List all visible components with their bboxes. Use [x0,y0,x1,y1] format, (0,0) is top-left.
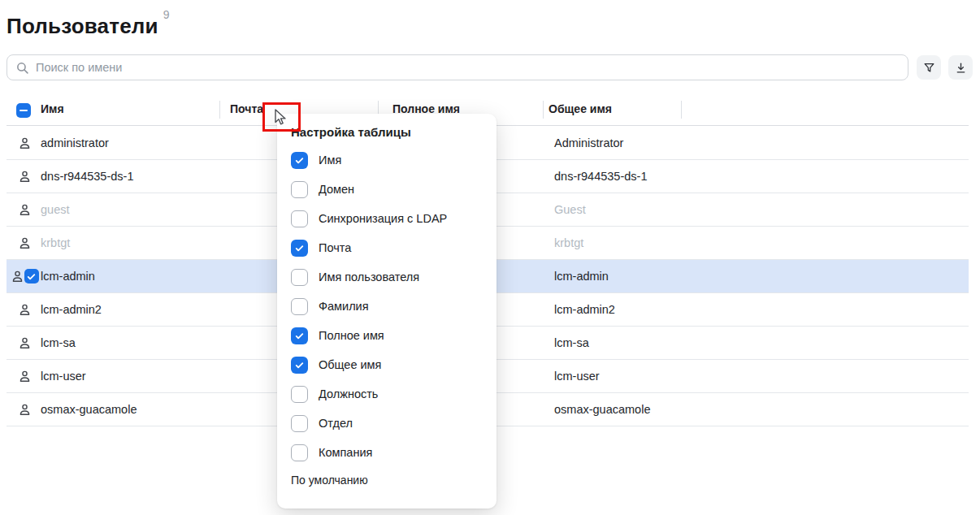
column-header-commonname[interactable]: Общее имя [549,102,612,115]
column-divider [543,101,544,119]
user-name: lcm-admin [41,270,95,283]
user-icon [18,303,32,317]
common-name: dns-r944535-ds-1 [554,170,647,183]
user-icon [18,170,32,184]
menu-item-checkbox[interactable] [291,327,308,344]
search-icon [15,61,29,75]
menu-item[interactable]: Фамилия [277,292,497,321]
page-header: Пользователи9 [7,8,170,39]
menu-item[interactable]: Почта [277,233,497,262]
menu-item-checkbox[interactable] [291,444,308,461]
user-name: lcm-admin2 [41,303,102,316]
menu-item-label: Отдел [319,417,353,430]
user-count-badge: 9 [163,8,170,21]
menu-item-label: Синхронизация с LDAP [319,212,447,225]
download-button[interactable] [948,55,973,80]
user-name: krbtgt [41,236,70,249]
table-settings-menu: Настройка таблицы Имя Домен Синхронизаци… [277,114,497,509]
user-icon [18,136,32,150]
common-name: osmax-guacamole [554,403,650,416]
menu-item[interactable]: Общее имя [277,350,497,379]
funnel-icon [922,61,936,75]
common-name: krbtgt [554,236,583,249]
common-name: lcm-admin2 [554,303,615,316]
column-divider [681,101,682,119]
menu-item-label: Полное имя [319,329,384,342]
search-input[interactable] [36,61,900,74]
common-name: lcm-admin [554,270,609,283]
menu-item[interactable]: Отдел [277,409,497,438]
reset-to-default-button[interactable]: По умолчанию [277,474,497,487]
menu-item-checkbox[interactable] [291,357,308,374]
user-icon [11,270,24,283]
user-icon [18,236,32,250]
menu-item-checkbox[interactable] [291,386,308,403]
column-header-name[interactable]: Имя [41,102,64,115]
menu-item-checkbox[interactable] [291,181,308,198]
filter-button[interactable] [917,55,941,80]
menu-item[interactable]: Имя [277,145,497,175]
search-box[interactable] [7,54,908,80]
column-header-mail[interactable]: Почта [230,102,263,115]
row-checkbox[interactable] [24,269,39,283]
users-page: Пользователи9 Имя Почта Полное имя Общее… [0,0,980,515]
column-divider [219,101,220,119]
user-icon [18,403,32,417]
user-name: dns-r944535-ds-1 [41,170,133,183]
menu-item-checkbox[interactable] [291,152,308,169]
menu-item[interactable]: Должность [277,379,497,409]
page-title: Пользователи [7,14,158,38]
menu-item-checkbox[interactable] [291,240,308,257]
menu-item-checkbox[interactable] [291,298,308,315]
user-name: osmax-guacamole [41,403,137,416]
menu-item-checkbox[interactable] [291,210,308,227]
menu-item-label: Компания [319,446,372,459]
menu-item-label: Домен [319,183,354,196]
menu-item-label: Почта [319,241,351,254]
user-name: administrator [41,136,109,149]
menu-item[interactable]: Компания [277,438,497,467]
menu-item[interactable]: Полное имя [277,321,497,350]
common-name: Guest [554,203,586,216]
user-icon [18,336,32,350]
user-name: lcm-sa [41,336,76,349]
menu-items: Имя Домен Синхронизация с LDAP Почта Имя [277,145,497,467]
menu-title: Настройка таблицы [277,125,497,145]
user-icon [18,370,32,383]
menu-item-label: Общее имя [319,358,381,371]
select-all-checkbox[interactable] [16,103,31,118]
user-name: lcm-user [41,370,86,383]
menu-item[interactable]: Имя пользователя [277,262,497,292]
user-icon [18,203,32,217]
menu-item[interactable]: Домен [277,175,497,204]
menu-item[interactable]: Синхронизация с LDAP [277,204,497,233]
common-name: Administrator [554,136,623,149]
common-name: lcm-user [554,370,600,383]
common-name: lcm-sa [554,336,589,349]
menu-item-label: Должность [319,387,378,400]
menu-item-label: Имя пользователя [319,270,419,283]
menu-item-checkbox[interactable] [291,415,308,432]
download-icon [954,61,968,75]
user-name: guest [41,203,69,216]
menu-item-label: Фамилия [319,300,369,313]
menu-item-checkbox[interactable] [291,269,308,286]
menu-item-label: Имя [319,154,341,167]
